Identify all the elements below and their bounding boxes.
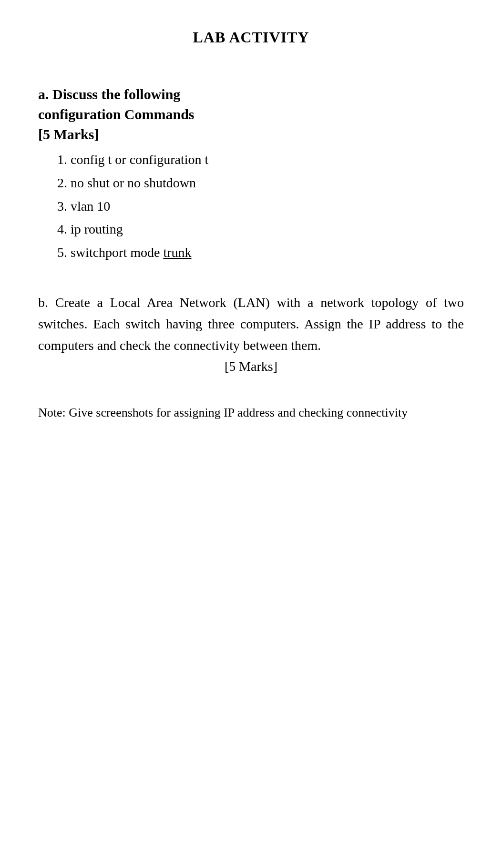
note-section: Note: Give screenshots for assigning IP … — [38, 403, 464, 423]
note-text: Note: Give screenshots for assigning IP … — [38, 403, 464, 423]
section-b: b. Create a Local Area Network (LAN) wit… — [38, 292, 464, 374]
page-container: LAB ACTIVITY a. Discuss the following co… — [38, 29, 464, 839]
list-item-text: vlan 10 — [71, 199, 110, 214]
list-item: 2. no shut or no shutdown — [38, 173, 464, 194]
list-item-text-underline: trunk — [163, 245, 191, 260]
list-item-number: 4. — [57, 222, 67, 236]
list-item-number: 1. — [57, 152, 67, 167]
list-item-text: no shut or no shutdown — [71, 175, 196, 190]
list-item-number: 2. — [57, 175, 67, 190]
page-title: LAB ACTIVITY — [38, 29, 464, 46]
list-item-text: ip routing — [71, 222, 123, 236]
list-item: 3. vlan 10 — [38, 196, 464, 217]
section-b-text: b. Create a Local Area Network (LAN) wit… — [38, 292, 464, 356]
list-item-text: config t or configuration t — [71, 152, 208, 167]
section-b-marks: [5 Marks] — [38, 359, 464, 374]
list-item-number: 3. — [57, 199, 67, 214]
list-item: 4. ip routing — [38, 219, 464, 240]
section-a-heading-line2: configuration Commands — [38, 106, 195, 122]
list-item: 5. switchport mode trunk — [38, 242, 464, 264]
section-a-heading: a. Discuss the following configuration C… — [38, 84, 464, 144]
list-item-number: 5. — [57, 245, 67, 260]
section-a-heading-line1: a. Discuss the following — [38, 86, 180, 102]
numbered-list: 1. config t or configuration t 2. no shu… — [38, 149, 464, 264]
section-a: a. Discuss the following configuration C… — [38, 84, 464, 264]
list-item: 1. config t or configuration t — [38, 149, 464, 171]
section-a-heading-line3: [5 Marks] — [38, 126, 99, 142]
list-item-text-before: switchport mode — [71, 245, 163, 260]
